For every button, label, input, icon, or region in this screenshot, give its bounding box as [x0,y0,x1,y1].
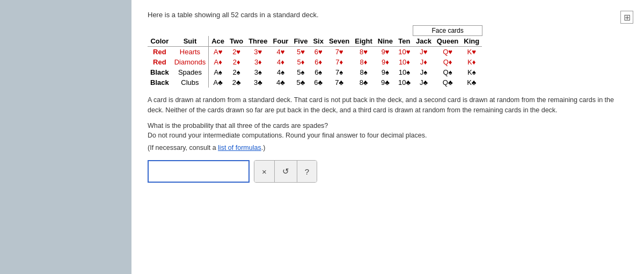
cell-card: 10♣ [396,77,413,88]
col-six: Six [310,36,326,47]
cell-card: 7♣ [326,77,352,88]
help-button[interactable]: ? [297,161,317,182]
cell-card: 8♦ [352,57,375,67]
col-suit: Suit [172,36,209,47]
cell-suit: Clubs [172,77,209,88]
cell-card: 7♥ [326,47,352,57]
cell-color: Black [148,67,172,77]
cell-card: 5♥ [291,47,310,57]
col-ten: Ten [396,36,413,47]
cell-suit: Spades [172,67,209,77]
cell-card: A♦ [209,57,227,67]
cell-card: 6♣ [310,77,326,88]
cell-card: 3♦ [246,57,270,67]
intro-text: Here is a table showing all 52 cards in … [148,11,628,19]
cell-card: 6♦ [310,57,326,67]
cell-card: K♦ [461,57,482,67]
cell-card: 7♠ [326,67,352,77]
col-jack: Jack [413,36,434,47]
col-three: Three [246,36,270,47]
col-color: Color [148,36,172,47]
cell-card: 3♠ [246,67,270,77]
cell-card: 10♥ [396,47,413,57]
cell-card: 8♥ [352,47,375,57]
col-two: Two [227,36,246,47]
formula-link[interactable]: list of formulas [218,144,261,152]
cell-card: Q♥ [434,47,461,57]
sidebar [0,0,131,274]
cell-card: 9♦ [375,57,396,67]
cell-suit: Hearts [172,47,209,57]
number-cards-header [209,26,413,36]
cell-card: 9♣ [375,77,396,88]
cell-card: J♥ [413,47,434,57]
button-group: × ↺ ? [254,160,317,183]
table-row: RedHeartsA♥2♥3♥4♥5♥6♥7♥8♥9♥10♥J♥Q♥K♥ [148,47,482,57]
table-row: BlackSpadesA♠2♠3♠4♠5♠6♠7♠8♠9♠10♠J♠Q♠K♠ [148,67,482,77]
cell-card: 4♠ [270,67,291,77]
cell-card: 4♣ [270,77,291,88]
cell-card: A♣ [209,77,227,88]
col-king: King [461,36,482,47]
cell-card: 3♥ [246,47,270,57]
cell-color: Black [148,77,172,88]
cell-card: 5♦ [291,57,310,67]
col-seven: Seven [326,36,352,47]
cell-card: 4♥ [270,47,291,57]
cell-card: 8♠ [352,67,375,77]
cell-card: 6♥ [310,47,326,57]
answer-input[interactable] [148,160,250,183]
clear-button[interactable]: × [254,161,275,182]
cell-card: Q♠ [434,67,461,77]
cell-suit: Diamonds [172,57,209,67]
cell-card: 6♠ [310,67,326,77]
col-eight: Eight [352,36,375,47]
cell-card: 2♦ [227,57,246,67]
cell-card: 3♣ [246,77,270,88]
input-row: × ↺ ? [148,160,628,183]
cell-card: 2♠ [227,67,246,77]
col-five: Five [291,36,310,47]
col-nine: Nine [375,36,396,47]
empty-header [148,26,209,36]
cell-card: K♣ [461,77,482,88]
question-text: What is the probability that all three o… [148,121,628,141]
cell-card: A♠ [209,67,227,77]
cell-card: J♦ [413,57,434,67]
cell-card: 7♦ [326,57,352,67]
cell-card: A♥ [209,47,227,57]
cell-color: Red [148,47,172,57]
cell-card: 10♠ [396,67,413,77]
table-row: RedDiamondsA♦2♦3♦4♦5♦6♦7♦8♦9♦10♦J♦Q♦K♦ [148,57,482,67]
formula-link-line: (If necessary, consult a list of formula… [148,144,628,152]
cell-card: 5♣ [291,77,310,88]
cell-card: 2♥ [227,47,246,57]
undo-button[interactable]: ↺ [275,161,297,182]
cell-card: 5♠ [291,67,310,77]
cell-card: 10♦ [396,57,413,67]
cell-card: J♣ [413,77,434,88]
cell-card: Q♦ [434,57,461,67]
col-four: Four [270,36,291,47]
cell-card: K♠ [461,67,482,77]
cell-card: 4♦ [270,57,291,67]
col-queen: Queen [434,36,461,47]
cell-card: K♥ [461,47,482,57]
table-row: BlackClubsA♣2♣3♣4♣5♣6♣7♣8♣9♣10♣J♣Q♣K♣ [148,77,482,88]
col-ace: Ace [209,36,227,47]
cell-card: 9♥ [375,47,396,57]
cell-color: Red [148,57,172,67]
main-content: ⊞ Here is a table showing all 52 cards i… [131,0,644,274]
face-cards-header: Face cards [413,26,482,36]
description-text: A card is drawn at random from a standar… [148,95,628,116]
card-table: Face cards Color Suit Ace Two Three Four… [148,25,482,88]
cell-card: 8♣ [352,77,375,88]
calculator-icon[interactable]: ⊞ [620,11,633,24]
cell-card: J♠ [413,67,434,77]
cell-card: Q♣ [434,77,461,88]
intro-label: Here is a table showing all 52 cards in … [148,11,319,19]
cell-card: 2♣ [227,77,246,88]
cell-card: 9♠ [375,67,396,77]
